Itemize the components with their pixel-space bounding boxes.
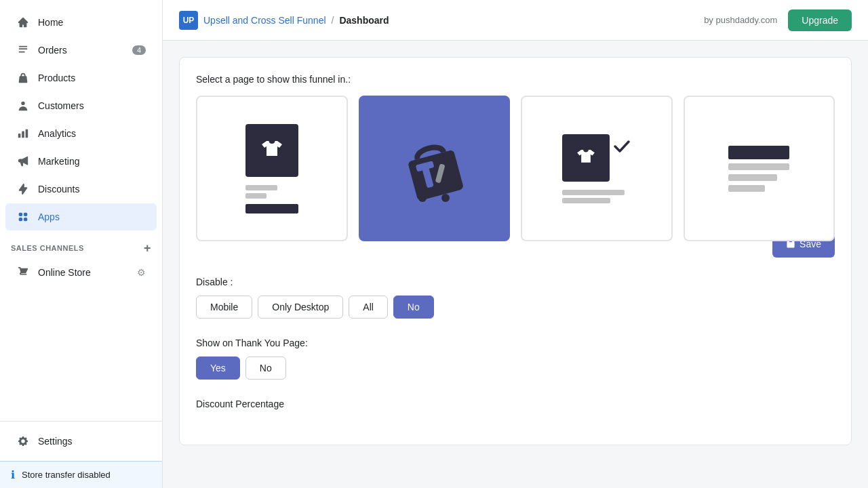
card-inner-cart: [397, 131, 471, 206]
sidebar-item-orders-label: Orders: [38, 45, 124, 56]
content-inner: Select a page to show this funnel in.:: [179, 57, 852, 445]
ty-line-2: [562, 198, 610, 203]
card-line-1: [245, 185, 277, 190]
page-selector-label: Select a page to show this funnel in.:: [196, 74, 835, 85]
sidebar-item-products[interactable]: Products: [5, 64, 157, 92]
show-thankyou-section: Show on Thank You Page: Yes No: [196, 338, 835, 380]
sales-channels-header: SALES CHANNELS +: [0, 231, 162, 258]
breadcrumb-current: Dashboard: [339, 15, 389, 26]
page-type-wrapper: Save: [196, 96, 835, 258]
apps-icon: [16, 210, 30, 224]
shirt-svg-thankyou: [574, 146, 598, 170]
list-header-bar: [728, 146, 789, 159]
orders-icon: [16, 43, 30, 57]
online-store-icon: [16, 266, 30, 279]
sidebar-item-home[interactable]: Home: [5, 9, 157, 36]
card-inner-list: [728, 146, 789, 192]
page-type-card-cart[interactable]: [359, 96, 511, 241]
product-card-lines: [245, 185, 298, 214]
page-type-card-product[interactable]: [196, 96, 348, 241]
thankyou-shirt-box: [562, 134, 610, 182]
cart-svg: [397, 131, 471, 206]
thankyou-lines: [562, 190, 631, 203]
by-text: by pushdaddy.com: [704, 15, 777, 25]
home-icon: [16, 16, 30, 29]
show-thankyou-label: Show on Thank You Page:: [196, 338, 835, 348]
card-line-2: [245, 193, 267, 199]
discounts-icon: [16, 182, 30, 196]
sidebar-item-analytics[interactable]: Analytics: [5, 120, 157, 147]
ty-line-1: [562, 190, 625, 195]
card-line-btn: [245, 204, 298, 214]
sidebar-item-online-store-label: Online Store: [38, 267, 129, 278]
disable-desktop-button[interactable]: Only Desktop: [258, 296, 343, 319]
sidebar-item-online-store[interactable]: Online Store ⚙: [5, 259, 157, 286]
sidebar-item-marketing-label: Marketing: [38, 156, 146, 167]
breadcrumb: UP Upsell and Cross Sell Funnel / Dashbo…: [179, 11, 389, 30]
sidebar-item-home-label: Home: [38, 17, 146, 28]
sidebar-item-analytics-label: Analytics: [38, 128, 146, 139]
sidebar-item-discounts-label: Discounts: [38, 184, 146, 195]
store-transfer-banner: ℹ Store transfer disabled: [0, 461, 162, 488]
orders-badge: 4: [132, 45, 146, 55]
upgrade-button[interactable]: Upgrade: [788, 9, 852, 31]
sidebar-item-customers[interactable]: Customers: [5, 92, 157, 119]
online-store-settings-icon[interactable]: ⚙: [137, 267, 146, 278]
sidebar-item-marketing[interactable]: Marketing: [5, 148, 157, 175]
sidebar-item-discounts[interactable]: Discounts: [5, 176, 157, 203]
sidebar-item-settings[interactable]: Settings: [5, 428, 157, 455]
add-sales-channel-button[interactable]: +: [144, 242, 151, 254]
check-svg: [612, 137, 631, 156]
sidebar-item-orders[interactable]: Orders 4: [5, 37, 157, 64]
sidebar-item-apps-label: Apps: [38, 211, 146, 222]
shirt-svg-product: [258, 136, 286, 165]
disable-no-button[interactable]: No: [393, 296, 434, 319]
sidebar-item-apps[interactable]: Apps: [5, 203, 157, 230]
sidebar: Home Orders 4 Products Customers Analy: [0, 0, 163, 488]
products-icon: [16, 71, 30, 85]
svg-point-5: [441, 194, 450, 202]
info-icon: ℹ: [11, 468, 15, 481]
thankyou-card-content: [562, 134, 631, 182]
page-selector-section: Select a page to show this funnel in.:: [196, 74, 835, 258]
product-shirt-box: [245, 124, 298, 177]
content-area: Select a page to show this funnel in.:: [163, 41, 868, 488]
sidebar-item-products-label: Products: [38, 73, 146, 83]
marketing-icon: [16, 155, 30, 168]
store-transfer-label: Store transfer disabled: [22, 470, 111, 480]
list-line-1: [728, 163, 789, 170]
disable-all-button[interactable]: All: [349, 296, 388, 319]
topbar: UP Upsell and Cross Sell Funnel / Dashbo…: [163, 0, 868, 41]
page-type-card-list[interactable]: [684, 96, 835, 241]
app-logo: UP: [179, 11, 198, 30]
breadcrumb-separator: /: [332, 15, 334, 26]
show-thankyou-btn-group: Yes No: [196, 357, 835, 380]
disable-btn-group: Mobile Only Desktop All No: [196, 296, 835, 319]
card-inner-product: [245, 124, 298, 214]
settings-label: Settings: [38, 436, 146, 447]
disable-section: Disable : Mobile Only Desktop All No: [196, 277, 835, 319]
disable-label: Disable :: [196, 277, 835, 287]
breadcrumb-link[interactable]: Upsell and Cross Sell Funnel: [203, 15, 326, 26]
sidebar-item-customers-label: Customers: [38, 100, 146, 111]
main-content: UP Upsell and Cross Sell Funnel / Dashbo…: [163, 0, 868, 488]
discount-section: Discount Percentage: [196, 399, 835, 409]
disable-mobile-button[interactable]: Mobile: [196, 296, 252, 319]
show-thankyou-no-button[interactable]: No: [245, 357, 286, 380]
card-inner-thankyou: [562, 134, 631, 203]
list-card-content: [728, 146, 789, 192]
customers-icon: [16, 99, 30, 113]
settings-icon: [16, 434, 30, 448]
svg-point-4: [418, 194, 427, 202]
checkmark-area: [612, 137, 631, 159]
discount-label: Discount Percentage: [196, 399, 835, 409]
analytics-icon: [16, 127, 30, 140]
page-type-card-thankyou[interactable]: [521, 96, 673, 241]
page-type-grid: [196, 96, 835, 241]
list-line-3: [728, 185, 765, 192]
show-thankyou-yes-button[interactable]: Yes: [196, 357, 240, 380]
list-line-2: [728, 174, 777, 181]
